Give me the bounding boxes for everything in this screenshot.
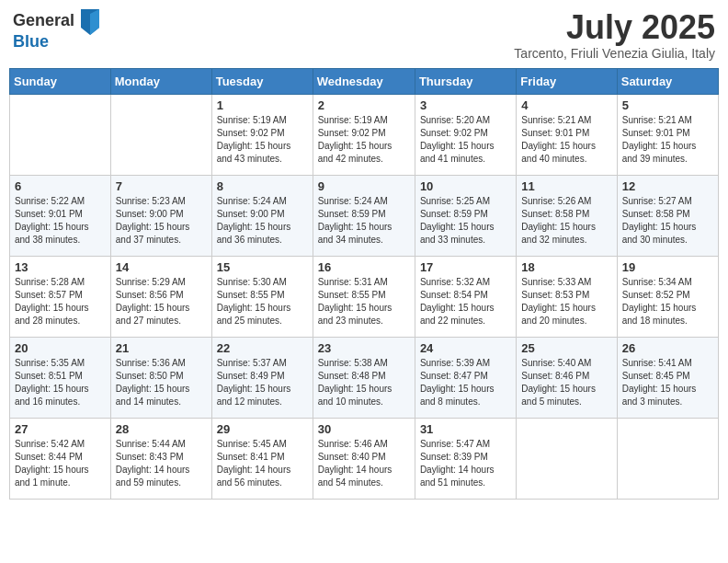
day-number: 28: [116, 422, 207, 436]
calendar-cell: 6Sunrise: 5:22 AM Sunset: 9:01 PM Daylig…: [10, 175, 111, 256]
week-row-3: 13Sunrise: 5:28 AM Sunset: 8:57 PM Dayli…: [10, 256, 719, 337]
col-header-tuesday: Tuesday: [211, 68, 313, 94]
day-number: 22: [217, 341, 308, 355]
day-number: 19: [622, 260, 713, 274]
calendar-cell: 19Sunrise: 5:34 AM Sunset: 8:52 PM Dayli…: [617, 256, 718, 337]
day-info: Sunrise: 5:22 AM Sunset: 9:01 PM Dayligh…: [15, 195, 106, 247]
calendar-cell: 21Sunrise: 5:36 AM Sunset: 8:50 PM Dayli…: [110, 337, 211, 418]
day-info: Sunrise: 5:27 AM Sunset: 8:58 PM Dayligh…: [622, 195, 713, 247]
calendar-cell: 13Sunrise: 5:28 AM Sunset: 8:57 PM Dayli…: [10, 256, 111, 337]
calendar-cell: 8Sunrise: 5:24 AM Sunset: 9:00 PM Daylig…: [211, 175, 313, 256]
logo-general-label: General: [13, 11, 74, 29]
calendar-cell: 11Sunrise: 5:26 AM Sunset: 8:58 PM Dayli…: [517, 175, 617, 256]
day-number: 24: [420, 341, 511, 355]
month-year-title: July 2025: [514, 9, 715, 46]
day-number: 30: [318, 422, 410, 436]
day-info: Sunrise: 5:21 AM Sunset: 9:01 PM Dayligh…: [521, 114, 611, 166]
day-info: Sunrise: 5:19 AM Sunset: 9:02 PM Dayligh…: [217, 114, 308, 166]
calendar-cell: 29Sunrise: 5:45 AM Sunset: 8:41 PM Dayli…: [211, 418, 313, 499]
day-number: 10: [420, 179, 511, 193]
week-row-4: 20Sunrise: 5:35 AM Sunset: 8:51 PM Dayli…: [10, 337, 719, 418]
calendar-cell: 22Sunrise: 5:37 AM Sunset: 8:49 PM Dayli…: [211, 337, 313, 418]
location-subtitle: Tarcento, Friuli Venezia Giulia, Italy: [514, 46, 715, 61]
calendar-cell: 16Sunrise: 5:31 AM Sunset: 8:55 PM Dayli…: [313, 256, 415, 337]
calendar-cell: [110, 94, 211, 175]
day-number: 2: [318, 98, 410, 112]
day-info: Sunrise: 5:45 AM Sunset: 8:41 PM Dayligh…: [217, 438, 308, 489]
day-info: Sunrise: 5:40 AM Sunset: 8:46 PM Dayligh…: [521, 357, 611, 408]
day-number: 9: [318, 179, 410, 193]
day-info: Sunrise: 5:28 AM Sunset: 8:57 PM Dayligh…: [15, 276, 106, 327]
week-row-2: 6Sunrise: 5:22 AM Sunset: 9:01 PM Daylig…: [10, 175, 719, 256]
day-number: 23: [318, 341, 410, 355]
day-info: Sunrise: 5:44 AM Sunset: 8:43 PM Dayligh…: [116, 438, 207, 489]
calendar-cell: 20Sunrise: 5:35 AM Sunset: 8:51 PM Dayli…: [10, 337, 111, 418]
day-number: 1: [217, 98, 308, 112]
day-number: 29: [217, 422, 308, 436]
day-number: 8: [217, 179, 308, 193]
day-number: 14: [116, 260, 207, 274]
day-number: 13: [15, 260, 106, 274]
calendar-cell: 5Sunrise: 5:21 AM Sunset: 9:01 PM Daylig…: [617, 94, 718, 175]
calendar-cell: 18Sunrise: 5:33 AM Sunset: 8:53 PM Dayli…: [517, 256, 617, 337]
col-header-friday: Friday: [517, 68, 617, 94]
day-number: 4: [521, 98, 611, 112]
week-row-1: 1Sunrise: 5:19 AM Sunset: 9:02 PM Daylig…: [10, 94, 719, 175]
calendar-cell: 14Sunrise: 5:29 AM Sunset: 8:56 PM Dayli…: [110, 256, 211, 337]
logo-general: General: [13, 9, 99, 35]
day-info: Sunrise: 5:46 AM Sunset: 8:40 PM Dayligh…: [318, 438, 410, 489]
calendar-cell: 27Sunrise: 5:42 AM Sunset: 8:44 PM Dayli…: [10, 418, 111, 499]
day-info: Sunrise: 5:32 AM Sunset: 8:54 PM Dayligh…: [420, 276, 511, 327]
day-number: 21: [116, 341, 207, 355]
week-row-5: 27Sunrise: 5:42 AM Sunset: 8:44 PM Dayli…: [10, 418, 719, 499]
calendar-table: SundayMondayTuesdayWednesdayThursdayFrid…: [9, 68, 719, 500]
day-number: 20: [15, 341, 106, 355]
day-info: Sunrise: 5:42 AM Sunset: 8:44 PM Dayligh…: [15, 438, 106, 489]
calendar-cell: [617, 418, 718, 499]
calendar-cell: [10, 94, 111, 175]
col-header-monday: Monday: [110, 68, 211, 94]
day-info: Sunrise: 5:30 AM Sunset: 8:55 PM Dayligh…: [217, 276, 308, 327]
title-block: July 2025 Tarcento, Friuli Venezia Giuli…: [514, 9, 715, 61]
day-info: Sunrise: 5:23 AM Sunset: 9:00 PM Dayligh…: [116, 195, 207, 247]
day-number: 17: [420, 260, 511, 274]
col-header-sunday: Sunday: [10, 68, 111, 94]
calendar-cell: 3Sunrise: 5:20 AM Sunset: 9:02 PM Daylig…: [415, 94, 516, 175]
day-number: 3: [420, 98, 511, 112]
day-info: Sunrise: 5:25 AM Sunset: 8:59 PM Dayligh…: [420, 195, 511, 247]
calendar-cell: 1Sunrise: 5:19 AM Sunset: 9:02 PM Daylig…: [211, 94, 313, 175]
day-number: 15: [217, 260, 308, 274]
page-header: General Blue July 2025 Tarcento, Friuli …: [9, 9, 719, 61]
day-number: 16: [318, 260, 410, 274]
day-info: Sunrise: 5:34 AM Sunset: 8:52 PM Dayligh…: [622, 276, 713, 327]
day-info: Sunrise: 5:47 AM Sunset: 8:39 PM Dayligh…: [420, 438, 511, 489]
day-number: 12: [622, 179, 713, 193]
calendar-cell: 10Sunrise: 5:25 AM Sunset: 8:59 PM Dayli…: [415, 175, 516, 256]
calendar-cell: 26Sunrise: 5:41 AM Sunset: 8:45 PM Dayli…: [617, 337, 718, 418]
day-info: Sunrise: 5:36 AM Sunset: 8:50 PM Dayligh…: [116, 357, 207, 408]
col-header-saturday: Saturday: [617, 68, 718, 94]
day-info: Sunrise: 5:19 AM Sunset: 9:02 PM Dayligh…: [318, 114, 410, 166]
logo-blue-label: Blue: [13, 33, 99, 52]
day-info: Sunrise: 5:21 AM Sunset: 9:01 PM Dayligh…: [622, 114, 713, 166]
day-number: 6: [15, 179, 106, 193]
calendar-cell: 28Sunrise: 5:44 AM Sunset: 8:43 PM Dayli…: [110, 418, 211, 499]
day-info: Sunrise: 5:37 AM Sunset: 8:49 PM Dayligh…: [217, 357, 308, 408]
day-info: Sunrise: 5:24 AM Sunset: 8:59 PM Dayligh…: [318, 195, 410, 247]
calendar-cell: 12Sunrise: 5:27 AM Sunset: 8:58 PM Dayli…: [617, 175, 718, 256]
logo: General Blue: [13, 9, 99, 52]
calendar-cell: 25Sunrise: 5:40 AM Sunset: 8:46 PM Dayli…: [517, 337, 617, 418]
day-info: Sunrise: 5:39 AM Sunset: 8:47 PM Dayligh…: [420, 357, 511, 408]
day-info: Sunrise: 5:41 AM Sunset: 8:45 PM Dayligh…: [622, 357, 713, 408]
day-info: Sunrise: 5:29 AM Sunset: 8:56 PM Dayligh…: [116, 276, 207, 327]
day-info: Sunrise: 5:35 AM Sunset: 8:51 PM Dayligh…: [15, 357, 106, 408]
day-number: 26: [622, 341, 713, 355]
calendar-cell: 31Sunrise: 5:47 AM Sunset: 8:39 PM Dayli…: [415, 418, 516, 499]
day-info: Sunrise: 5:31 AM Sunset: 8:55 PM Dayligh…: [318, 276, 410, 327]
calendar-cell: 23Sunrise: 5:38 AM Sunset: 8:48 PM Dayli…: [313, 337, 415, 418]
day-info: Sunrise: 5:33 AM Sunset: 8:53 PM Dayligh…: [521, 276, 611, 327]
day-number: 27: [15, 422, 106, 436]
calendar-header-row: SundayMondayTuesdayWednesdayThursdayFrid…: [10, 68, 719, 94]
calendar-cell: 17Sunrise: 5:32 AM Sunset: 8:54 PM Dayli…: [415, 256, 516, 337]
calendar-cell: 7Sunrise: 5:23 AM Sunset: 9:00 PM Daylig…: [110, 175, 211, 256]
